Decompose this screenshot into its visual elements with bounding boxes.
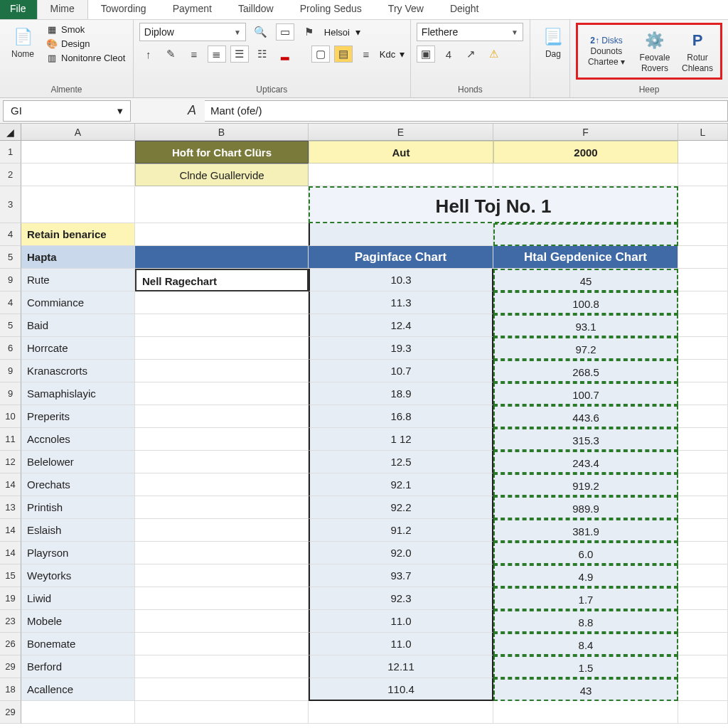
row-header[interactable]: 14 (0, 542, 21, 564)
cell[interactable] (678, 542, 728, 564)
row-header[interactable]: 9 (0, 382, 21, 405)
cell-value-f[interactable]: 45 (493, 269, 678, 291)
nonitonre-item[interactable]: ▥Nonitonre Cleot (44, 51, 127, 64)
cell-value-e[interactable]: 92.3 (309, 587, 493, 610)
cell[interactable] (135, 633, 309, 655)
tab-towording[interactable]: Towording (88, 0, 160, 19)
row-header[interactable]: 23 (0, 610, 21, 633)
cell-value-f[interactable]: 443.6 (493, 405, 678, 428)
row-header[interactable]: 19 (0, 587, 21, 610)
row-header[interactable]: 11 (0, 428, 21, 451)
formula-input[interactable]: Mant (ofe/) (205, 100, 728, 122)
cell-value-e[interactable]: 10.7 (309, 360, 493, 382)
cell-b2[interactable]: Clnde Guallervide (135, 164, 309, 186)
cell-value-f[interactable]: 43 (493, 678, 678, 701)
cell-value-f[interactable]: 919.2 (493, 473, 678, 496)
highlight-icon[interactable]: ▤ (334, 46, 353, 63)
cell[interactable] (678, 269, 728, 291)
cell[interactable] (493, 164, 678, 186)
cell-label[interactable]: Acallence (21, 678, 135, 701)
helsoi-label[interactable]: Helsoi (324, 27, 350, 38)
cell[interactable] (678, 186, 728, 223)
cell-label[interactable]: Weytorks (21, 564, 135, 587)
cell[interactable] (309, 223, 493, 246)
disks-chartee-button[interactable]: 2↑ Disks Dounots Chartee ▾ (581, 26, 632, 76)
cell-label[interactable]: Mobele (21, 610, 135, 633)
cell-value-f[interactable]: 243.4 (493, 451, 678, 473)
cell[interactable] (135, 337, 309, 360)
cell[interactable] (135, 405, 309, 428)
cell[interactable] (135, 291, 309, 314)
cell[interactable] (135, 314, 309, 337)
tab-proling-sedus[interactable]: Proling Sedus (287, 0, 375, 19)
cell-value-e[interactable]: 93.7 (309, 564, 493, 587)
arrow-icon[interactable]: ↗ (462, 46, 481, 63)
cell-value-f[interactable]: 381.9 (493, 519, 678, 542)
cell[interactable] (678, 473, 728, 496)
cell[interactable] (135, 382, 309, 405)
cell[interactable] (135, 701, 309, 724)
cell-value-f[interactable]: 989.9 (493, 496, 678, 519)
bold-icon[interactable]: ↑ (139, 46, 158, 63)
cell-value-e[interactable]: 11.0 (309, 610, 493, 633)
cell-label[interactable]: Baid (21, 314, 135, 337)
border-icon[interactable]: ▣ (417, 46, 435, 63)
row-header[interactable]: 29 (0, 655, 21, 678)
cell-value-e[interactable]: 92.2 (309, 496, 493, 519)
cell-value-e[interactable]: 10.3 (309, 269, 493, 291)
select-all-corner[interactable]: ◢ (0, 124, 21, 140)
cell[interactable] (678, 678, 728, 701)
cell[interactable] (678, 633, 728, 655)
cell[interactable] (21, 164, 135, 186)
cell-label[interactable]: Playrson (21, 542, 135, 564)
cell-label[interactable]: Horrcate (21, 337, 135, 360)
list-icon[interactable]: ☷ (253, 46, 272, 63)
search-icon[interactable]: 🔍 (252, 23, 270, 41)
cell-value-e[interactable]: 12.5 (309, 451, 493, 473)
row-header[interactable]: 26 (0, 633, 21, 655)
cell[interactable] (135, 564, 309, 587)
design-item[interactable]: 🎨Design (44, 37, 127, 50)
cell-value-e[interactable]: 16.8 (309, 405, 493, 428)
brush-icon[interactable]: ✎ (162, 46, 181, 63)
cell[interactable] (135, 519, 309, 542)
cell[interactable] (135, 360, 309, 382)
cell[interactable] (678, 291, 728, 314)
cell[interactable] (678, 382, 728, 405)
flethere-combo[interactable]: Flethere▼ (417, 23, 523, 41)
row-header[interactable]: 4 (0, 291, 21, 314)
cell-value-f[interactable]: 4.9 (493, 564, 678, 587)
cell-e1[interactable]: Aut (309, 141, 493, 164)
cell[interactable] (678, 496, 728, 519)
row-header[interactable]: 5 (0, 246, 21, 269)
col-header-f[interactable]: F (493, 124, 678, 140)
cell-value-e[interactable]: 11.0 (309, 633, 493, 655)
cell-value-f[interactable]: 8.8 (493, 610, 678, 633)
tab-payment[interactable]: Payment (160, 0, 225, 19)
kdc-label[interactable]: Kdc (380, 49, 395, 60)
cell-label[interactable]: Bonemate (21, 633, 135, 655)
tab-deight[interactable]: Deight (437, 0, 492, 19)
col-header-l[interactable]: L (678, 124, 728, 140)
cell-label[interactable]: Orechats (21, 473, 135, 496)
cell-value-e[interactable]: 19.3 (309, 337, 493, 360)
cell[interactable] (135, 496, 309, 519)
cell[interactable] (21, 701, 135, 724)
row-header[interactable]: 9 (0, 360, 21, 382)
warning-icon[interactable]: ⚠ (485, 46, 503, 63)
cell-value-f[interactable]: 100.7 (493, 382, 678, 405)
row-header[interactable]: 1 (0, 141, 21, 164)
cell-value-e[interactable]: 11.3 (309, 291, 493, 314)
cell-value-e[interactable]: 1 12 (309, 428, 493, 451)
cell[interactable] (493, 223, 678, 246)
row-header[interactable]: 6 (0, 337, 21, 360)
feovale-button[interactable]: ⚙️ Feovale Rovers (635, 26, 675, 76)
cell-label[interactable]: Eslaish (21, 519, 135, 542)
cell-value-f[interactable]: 93.1 (493, 314, 678, 337)
row-header[interactable]: 2 (0, 164, 21, 186)
align-center-icon[interactable]: ≣ (208, 46, 226, 63)
cell-value-f[interactable]: 268.5 (493, 360, 678, 382)
diplow-combo[interactable]: Diplow▼ (139, 23, 246, 41)
cell-label[interactable]: Printish (21, 496, 135, 519)
cell[interactable] (678, 337, 728, 360)
